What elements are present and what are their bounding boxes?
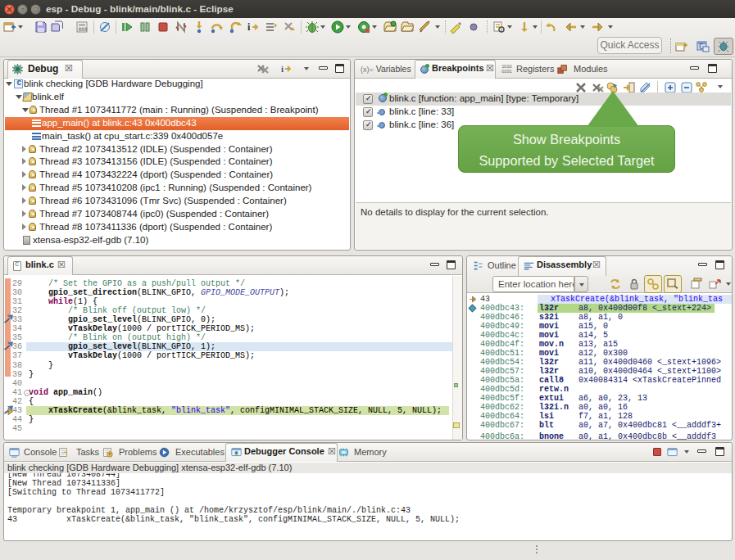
svg-text:C: C bbox=[699, 43, 703, 51]
svg-text:888: 888 bbox=[79, 26, 88, 32]
svg-text:i: i bbox=[281, 64, 284, 74]
svg-text:i: i bbox=[247, 21, 251, 33]
